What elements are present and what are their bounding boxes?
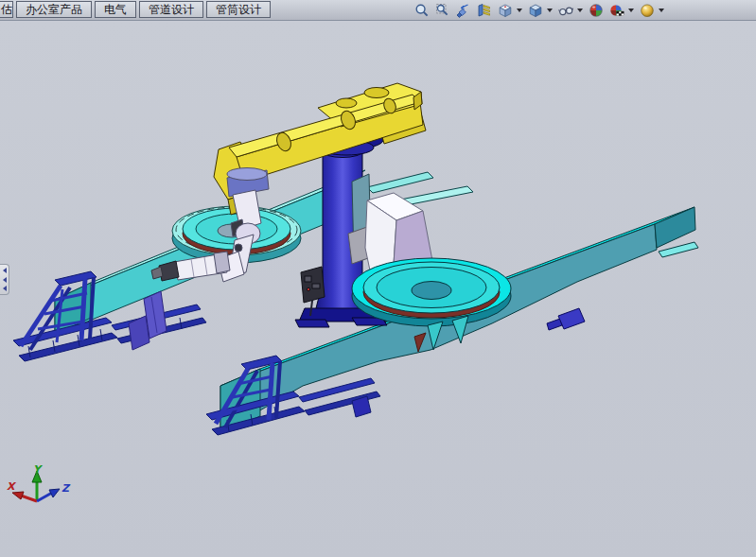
chevron-left-icon xyxy=(3,277,7,283)
heads-up-view-toolbar xyxy=(413,2,664,19)
tab-piping-design[interactable]: 管道设计 xyxy=(139,1,203,18)
view-settings-dropdown[interactable] xyxy=(659,9,664,12)
view-orientation-icon[interactable] xyxy=(497,3,513,19)
hide-show-items-dropdown[interactable] xyxy=(577,9,583,12)
orientation-triad: Y X Z xyxy=(6,460,72,516)
right-bracket[interactable] xyxy=(547,308,585,330)
tab-office-products[interactable]: 办公室产品 xyxy=(16,1,92,18)
apply-scene-icon[interactable] xyxy=(608,3,624,19)
tab-electrical[interactable]: 电气 xyxy=(95,1,136,18)
apply-scene-dropdown[interactable] xyxy=(628,9,634,12)
application-window: 估 办公室产品 电气 管道设计 管筒设计 xyxy=(0,0,756,557)
tab-evaluate-partial[interactable]: 估 xyxy=(0,1,13,18)
triad-y-label: Y xyxy=(33,463,44,476)
display-style-dropdown[interactable] xyxy=(547,9,553,12)
triad-x-label: X xyxy=(7,480,17,493)
triad-z-label: Z xyxy=(62,482,71,495)
edit-appearance-icon[interactable] xyxy=(588,3,604,19)
display-style-icon[interactable] xyxy=(527,3,543,19)
view-settings-icon[interactable] xyxy=(639,3,655,19)
hide-show-items-icon[interactable] xyxy=(557,3,573,19)
zoom-to-area-icon[interactable] xyxy=(434,3,450,19)
previous-view-icon[interactable] xyxy=(455,3,471,19)
section-view-icon[interactable] xyxy=(476,3,492,19)
chevron-left-icon xyxy=(3,286,7,291)
graphics-area[interactable]: Y X Z xyxy=(0,21,756,557)
zoom-to-fit-icon[interactable] xyxy=(413,3,430,19)
command-tabs: 估 办公室产品 电气 管道设计 管筒设计 xyxy=(0,1,271,18)
model-canvas[interactable] xyxy=(0,21,756,557)
chevron-left-icon xyxy=(3,268,7,273)
command-toolbar: 估 办公室产品 电气 管道设计 管筒设计 xyxy=(0,0,756,21)
panel-expander-button[interactable] xyxy=(0,264,9,295)
tab-tubing-design[interactable]: 管筒设计 xyxy=(206,1,271,18)
view-orientation-dropdown[interactable] xyxy=(517,9,522,12)
